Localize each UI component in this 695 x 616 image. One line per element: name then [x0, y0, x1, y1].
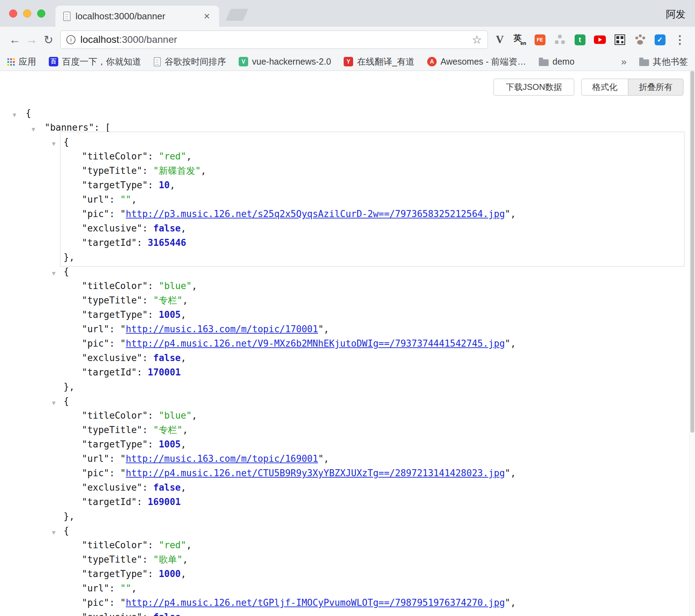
- folder-icon: [539, 59, 549, 66]
- org-extension-icon[interactable]: [554, 33, 566, 46]
- json-line: },: [64, 380, 682, 394]
- bookmark-label: 应用: [19, 56, 36, 67]
- json-line: "exclusive": false,: [64, 351, 682, 365]
- browser-tab[interactable]: localhost:3000/banner ×: [55, 6, 219, 27]
- minimize-window-button[interactable]: [23, 9, 31, 18]
- json-line: "targetType": 1000,: [64, 567, 682, 581]
- scrollbar-thumb[interactable]: [690, 71, 694, 433]
- download-json-button[interactable]: 下载JSON数据: [494, 79, 574, 96]
- green-t-extension-icon[interactable]: t: [574, 33, 586, 46]
- json-key: "url": [82, 324, 109, 334]
- json-line: "exclusive": false,: [64, 221, 682, 236]
- v-extension-icon[interactable]: V: [494, 33, 506, 46]
- json-punct: ,: [170, 180, 175, 190]
- expand-triangle-icon[interactable]: ▼: [13, 108, 16, 122]
- address-bar[interactable]: i localhost:3000/banner ☆: [60, 31, 488, 49]
- json-punct: ,: [131, 583, 137, 594]
- json-punct: :: [109, 209, 120, 219]
- json-string: "": [120, 583, 131, 594]
- json-punct: :: [109, 324, 120, 334]
- page-info-icon[interactable]: i: [66, 35, 75, 44]
- collapse-all-button[interactable]: 折叠所有: [628, 79, 683, 96]
- json-punct: : [: [94, 122, 111, 133]
- json-link[interactable]: http://p4.music.126.net/CTU5B9R9y3XyYBZX…: [126, 468, 505, 478]
- profile-name[interactable]: 阿发: [666, 8, 686, 21]
- fe-extension-icon[interactable]: FE: [534, 33, 546, 46]
- json-punct: ,: [324, 324, 329, 334]
- url-text: localhost:3000/banner: [80, 34, 177, 45]
- json-punct: ,: [183, 554, 188, 565]
- json-line: "titleColor": "red",: [64, 149, 682, 164]
- json-punct: ": [120, 453, 126, 464]
- extension-icons: V 英 en FE t ✓ ⋮: [494, 33, 686, 46]
- bookmark-item-demo[interactable]: demo: [539, 57, 575, 67]
- bookmark-item-awesomes[interactable]: A Awesomes - 前端资…: [427, 56, 526, 67]
- json-punct: :: [109, 468, 120, 478]
- json-link[interactable]: http://p4.music.126.net/V9-MXz6b2MNhEKju…: [126, 338, 505, 349]
- json-punct: :: [109, 453, 120, 464]
- json-key: "targetType": [82, 569, 148, 579]
- bookmark-item-vue-hackernews[interactable]: V vue-hackernews-2.0: [239, 57, 331, 67]
- json-punct: :: [137, 237, 148, 248]
- browser-menu-icon[interactable]: ⋮: [674, 33, 686, 46]
- blue-check-extension-icon[interactable]: ✓: [654, 33, 666, 46]
- json-string: "新碟首发": [153, 165, 201, 176]
- bookmark-item-youdao[interactable]: Y 在线翻译_有道: [344, 56, 415, 67]
- fullscreen-window-button[interactable]: [37, 9, 45, 18]
- bookmark-item-baidu[interactable]: 百 百度一下，你就知道: [49, 56, 141, 67]
- reload-button[interactable]: ↻: [40, 31, 57, 48]
- json-punct: ,: [324, 453, 329, 464]
- qr-code-extension-icon[interactable]: [614, 33, 626, 46]
- json-key: "targetType": [82, 309, 148, 320]
- expand-triangle-icon[interactable]: ▼: [52, 137, 55, 151]
- expand-triangle-icon[interactable]: ▼: [52, 266, 55, 281]
- vue-icon: V: [239, 57, 248, 66]
- json-punct: ,: [201, 165, 206, 176]
- json-line: ▼{: [64, 394, 682, 408]
- json-line: "pic": "http://p3.music.126.net/s25q2x5Q…: [64, 207, 682, 221]
- json-line: },: [64, 250, 682, 264]
- format-button[interactable]: 格式化: [581, 79, 628, 96]
- page-favicon-icon: [63, 12, 71, 21]
- json-punct: :: [137, 497, 148, 507]
- tab-close-icon[interactable]: ×: [202, 11, 211, 21]
- json-line: "url": "",: [64, 192, 682, 207]
- json-link[interactable]: http://music.163.com/m/topic/169001: [126, 453, 318, 464]
- bookmark-item-google-sort[interactable]: 谷歌按时间排序: [154, 56, 226, 67]
- expand-triangle-icon[interactable]: ▼: [32, 122, 35, 137]
- json-punct: ,: [510, 597, 516, 608]
- json-link[interactable]: http://music.163.com/m/topic/170001: [126, 324, 318, 334]
- expand-triangle-icon[interactable]: ▼: [52, 396, 55, 410]
- paw-extension-icon[interactable]: [634, 33, 646, 46]
- json-number: 1005: [159, 439, 181, 450]
- expand-triangle-icon[interactable]: ▼: [52, 525, 55, 540]
- bookmarks-overflow-chevron[interactable]: »: [621, 56, 627, 67]
- json-line: "targetType": 1005,: [64, 308, 682, 322]
- json-punct: :: [142, 554, 153, 565]
- json-punct: ,: [181, 353, 186, 363]
- json-punct: ,: [510, 338, 516, 349]
- forward-button[interactable]: →: [23, 31, 40, 48]
- youtube-extension-icon[interactable]: [594, 33, 606, 46]
- new-tab-button[interactable]: [225, 9, 248, 21]
- vertical-scrollbar[interactable]: [689, 71, 695, 616]
- json-number: 1000: [159, 569, 181, 579]
- json-punct: ": [120, 468, 126, 478]
- json-line: },: [64, 509, 682, 524]
- json-key: "typeTitle": [82, 165, 142, 176]
- format-button-group: 格式化 折叠所有: [581, 79, 683, 96]
- json-punct: ": [505, 338, 510, 349]
- json-link[interactable]: http://p4.music.126.net/tGPljf-IMOCyPvum…: [126, 597, 505, 608]
- bookmark-label: 百度一下，你就知道: [62, 56, 141, 67]
- json-link[interactable]: http://p3.music.126.net/s25q2x5QyqsAzilC…: [126, 209, 505, 219]
- json-boolean: false: [153, 223, 181, 234]
- json-key: "pic": [82, 209, 109, 219]
- translate-extension-icon[interactable]: 英 en: [514, 33, 526, 46]
- other-bookmarks[interactable]: 其他书签: [639, 56, 688, 67]
- back-button[interactable]: ←: [6, 31, 23, 48]
- json-punct: {: [64, 137, 69, 147]
- json-punct: :: [148, 540, 159, 550]
- bookmark-star-icon[interactable]: ☆: [472, 33, 482, 46]
- close-window-button[interactable]: [9, 9, 17, 18]
- bookmark-item-apps[interactable]: 应用: [7, 56, 36, 67]
